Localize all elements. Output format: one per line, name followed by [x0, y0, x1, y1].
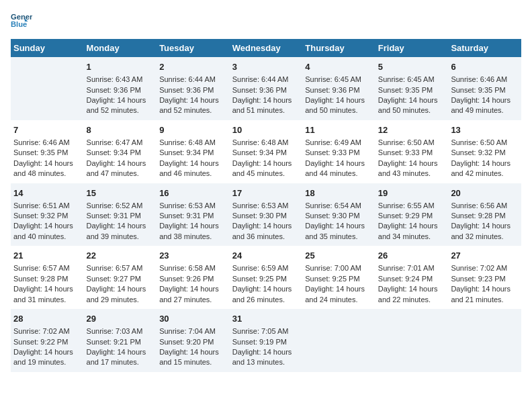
day-number: 19 — [378, 187, 446, 199]
day-number: 6 — [451, 61, 519, 73]
cell-0-3: 3Sunrise: 6:44 AM Sunset: 9:36 PM Daylig… — [230, 57, 303, 120]
cell-4-4 — [302, 309, 375, 372]
cell-4-5 — [375, 309, 449, 372]
cell-2-2: 16Sunrise: 6:53 AM Sunset: 9:31 PM Dayli… — [157, 183, 230, 246]
cell-1-4: 11Sunrise: 6:49 AM Sunset: 9:33 PM Dayli… — [302, 120, 375, 183]
cell-info: Sunrise: 6:46 AM Sunset: 9:35 PM Dayligh… — [451, 75, 519, 116]
logo-icon: GeneralBlue — [11, 11, 32, 32]
cell-3-5: 26Sunrise: 7:01 AM Sunset: 9:24 PM Dayli… — [375, 246, 449, 309]
day-number: 31 — [232, 313, 300, 325]
day-number: 13 — [451, 124, 519, 136]
day-number: 7 — [13, 124, 81, 136]
cell-1-2: 9Sunrise: 6:48 AM Sunset: 9:34 PM Daylig… — [157, 120, 230, 183]
cell-2-6: 20Sunrise: 6:56 AM Sunset: 9:28 PM Dayli… — [448, 183, 521, 246]
cell-1-6: 13Sunrise: 6:50 AM Sunset: 9:32 PM Dayli… — [448, 120, 521, 183]
cell-info: Sunrise: 6:46 AM Sunset: 9:35 PM Dayligh… — [13, 138, 81, 179]
cell-info: Sunrise: 7:02 AM Sunset: 9:23 PM Dayligh… — [451, 263, 519, 305]
day-number: 14 — [13, 187, 81, 199]
day-number: 29 — [87, 313, 154, 325]
day-number: 1 — [87, 61, 154, 73]
header: GeneralBlue — [11, 11, 521, 32]
cell-0-1: 1Sunrise: 6:43 AM Sunset: 9:36 PM Daylig… — [84, 57, 157, 120]
cell-info: Sunrise: 6:45 AM Sunset: 9:35 PM Dayligh… — [378, 75, 446, 116]
cell-info: Sunrise: 7:01 AM Sunset: 9:24 PM Dayligh… — [378, 263, 446, 305]
svg-text:Blue: Blue — [11, 20, 27, 28]
cell-info: Sunrise: 6:52 AM Sunset: 9:31 PM Dayligh… — [87, 201, 154, 242]
cell-info: Sunrise: 6:57 AM Sunset: 9:28 PM Dayligh… — [13, 263, 81, 305]
cell-info: Sunrise: 6:50 AM Sunset: 9:32 PM Dayligh… — [451, 138, 519, 179]
cell-1-1: 8Sunrise: 6:47 AM Sunset: 9:34 PM Daylig… — [84, 120, 157, 183]
day-number: 28 — [13, 313, 81, 325]
cell-3-3: 24Sunrise: 6:59 AM Sunset: 9:25 PM Dayli… — [230, 246, 303, 309]
cell-0-6: 6Sunrise: 6:46 AM Sunset: 9:35 PM Daylig… — [448, 57, 521, 120]
cell-1-5: 12Sunrise: 6:50 AM Sunset: 9:33 PM Dayli… — [375, 120, 449, 183]
day-number: 17 — [232, 187, 300, 199]
day-number: 12 — [378, 124, 446, 136]
day-number: 30 — [159, 313, 227, 325]
cell-info: Sunrise: 6:53 AM Sunset: 9:31 PM Dayligh… — [159, 201, 227, 242]
cell-4-1: 29Sunrise: 7:03 AM Sunset: 9:21 PM Dayli… — [84, 309, 157, 372]
cell-4-6 — [448, 309, 521, 372]
calendar-table: SundayMondayTuesdayWednesdayThursdayFrid… — [11, 39, 521, 372]
cell-3-6: 27Sunrise: 7:02 AM Sunset: 9:23 PM Dayli… — [448, 246, 521, 309]
day-number: 21 — [13, 250, 81, 262]
header-row: SundayMondayTuesdayWednesdayThursdayFrid… — [11, 39, 521, 57]
day-number: 20 — [451, 187, 519, 199]
day-number: 22 — [87, 250, 154, 262]
day-number: 26 — [378, 250, 446, 262]
cell-info: Sunrise: 6:44 AM Sunset: 9:36 PM Dayligh… — [159, 75, 227, 116]
day-number: 3 — [232, 61, 300, 73]
header-thursday: Thursday — [302, 39, 375, 57]
cell-3-4: 25Sunrise: 7:00 AM Sunset: 9:25 PM Dayli… — [302, 246, 375, 309]
cell-1-0: 7Sunrise: 6:46 AM Sunset: 9:35 PM Daylig… — [11, 120, 84, 183]
cell-4-2: 30Sunrise: 7:04 AM Sunset: 9:20 PM Dayli… — [157, 309, 230, 372]
day-number: 16 — [159, 187, 227, 199]
cell-info: Sunrise: 6:55 AM Sunset: 9:29 PM Dayligh… — [378, 201, 446, 242]
day-number: 27 — [451, 250, 519, 262]
cell-info: Sunrise: 6:54 AM Sunset: 9:30 PM Dayligh… — [305, 201, 373, 242]
cell-0-0 — [11, 57, 84, 120]
cell-info: Sunrise: 6:47 AM Sunset: 9:34 PM Dayligh… — [87, 138, 154, 179]
cell-2-1: 15Sunrise: 6:52 AM Sunset: 9:31 PM Dayli… — [84, 183, 157, 246]
week-row-3: 14Sunrise: 6:51 AM Sunset: 9:32 PM Dayli… — [11, 183, 521, 246]
cell-info: Sunrise: 6:45 AM Sunset: 9:36 PM Dayligh… — [305, 75, 373, 116]
header-monday: Monday — [84, 39, 157, 57]
cell-3-2: 23Sunrise: 6:58 AM Sunset: 9:26 PM Dayli… — [157, 246, 230, 309]
header-friday: Friday — [375, 39, 449, 57]
day-number: 23 — [159, 250, 227, 262]
day-number: 10 — [232, 124, 300, 136]
cell-info: Sunrise: 6:57 AM Sunset: 9:27 PM Dayligh… — [87, 263, 154, 305]
cell-info: Sunrise: 6:59 AM Sunset: 9:25 PM Dayligh… — [232, 263, 300, 305]
week-row-1: 1Sunrise: 6:43 AM Sunset: 9:36 PM Daylig… — [11, 57, 521, 120]
cell-1-3: 10Sunrise: 6:48 AM Sunset: 9:34 PM Dayli… — [230, 120, 303, 183]
svg-text:General: General — [11, 13, 32, 21]
cell-2-4: 18Sunrise: 6:54 AM Sunset: 9:30 PM Dayli… — [302, 183, 375, 246]
calendar-body: 1Sunrise: 6:43 AM Sunset: 9:36 PM Daylig… — [11, 57, 521, 372]
week-row-2: 7Sunrise: 6:46 AM Sunset: 9:35 PM Daylig… — [11, 120, 521, 183]
week-row-4: 21Sunrise: 6:57 AM Sunset: 9:28 PM Dayli… — [11, 246, 521, 309]
day-number: 4 — [305, 61, 373, 73]
day-number: 15 — [87, 187, 154, 199]
cell-info: Sunrise: 6:48 AM Sunset: 9:34 PM Dayligh… — [232, 138, 300, 179]
cell-info: Sunrise: 6:49 AM Sunset: 9:33 PM Dayligh… — [305, 138, 373, 179]
cell-0-4: 4Sunrise: 6:45 AM Sunset: 9:36 PM Daylig… — [302, 57, 375, 120]
cell-4-0: 28Sunrise: 7:02 AM Sunset: 9:22 PM Dayli… — [11, 309, 84, 372]
day-number: 5 — [378, 61, 446, 73]
cell-3-0: 21Sunrise: 6:57 AM Sunset: 9:28 PM Dayli… — [11, 246, 84, 309]
day-number: 25 — [305, 250, 373, 262]
cell-2-0: 14Sunrise: 6:51 AM Sunset: 9:32 PM Dayli… — [11, 183, 84, 246]
header-saturday: Saturday — [448, 39, 521, 57]
cell-info: Sunrise: 7:03 AM Sunset: 9:21 PM Dayligh… — [87, 326, 154, 368]
cell-info: Sunrise: 7:02 AM Sunset: 9:22 PM Dayligh… — [13, 326, 81, 368]
cell-info: Sunrise: 6:43 AM Sunset: 9:36 PM Dayligh… — [87, 75, 154, 116]
cell-4-3: 31Sunrise: 7:05 AM Sunset: 9:19 PM Dayli… — [230, 309, 303, 372]
cell-info: Sunrise: 6:48 AM Sunset: 9:34 PM Dayligh… — [159, 138, 227, 179]
cell-info: Sunrise: 6:44 AM Sunset: 9:36 PM Dayligh… — [232, 75, 300, 116]
day-number: 8 — [87, 124, 154, 136]
cell-0-2: 2Sunrise: 6:44 AM Sunset: 9:36 PM Daylig… — [157, 57, 230, 120]
cell-info: Sunrise: 6:53 AM Sunset: 9:30 PM Dayligh… — [232, 201, 300, 242]
cell-3-1: 22Sunrise: 6:57 AM Sunset: 9:27 PM Dayli… — [84, 246, 157, 309]
cell-info: Sunrise: 7:05 AM Sunset: 9:19 PM Dayligh… — [232, 326, 300, 368]
header-wednesday: Wednesday — [230, 39, 303, 57]
cell-0-5: 5Sunrise: 6:45 AM Sunset: 9:35 PM Daylig… — [375, 57, 449, 120]
